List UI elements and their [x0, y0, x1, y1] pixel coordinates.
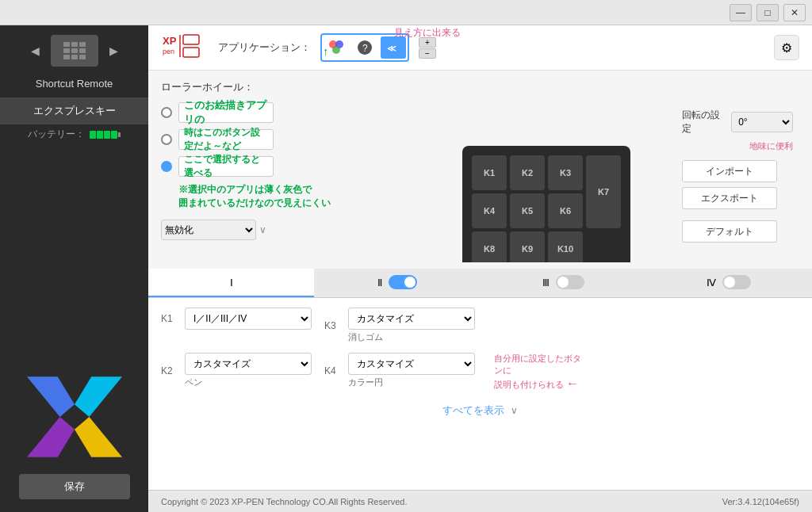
default-button[interactable]: デフォルト: [682, 220, 777, 243]
radio-custom[interactable]: ここで選択すると選べる: [161, 156, 331, 177]
key-K2[interactable]: K2: [510, 155, 545, 190]
tab-II[interactable]: Ⅱ: [314, 269, 480, 297]
tab-II-toggle[interactable]: [389, 275, 417, 289]
tab-III[interactable]: Ⅲ: [481, 269, 646, 297]
toggle-knob-II: [404, 277, 416, 288]
remove-app-button[interactable]: −: [419, 48, 436, 59]
rotation-row: 回転の設定 0°: [682, 109, 793, 136]
grid-cell: [71, 42, 78, 47]
zoom-textbox: このお絵描きアプリの: [178, 102, 274, 123]
app-icon-2[interactable]: ?: [352, 36, 377, 59]
svg-marker-2: [75, 376, 122, 417]
note-line1: ※選択中のアプリは薄く灰色で: [178, 183, 331, 197]
settings-button[interactable]: ⚙: [774, 35, 799, 60]
key-K10[interactable]: K10: [548, 231, 583, 262]
key-K6[interactable]: K6: [548, 193, 583, 228]
note-text: ※選択中のアプリは薄く灰色で 囲まれているだけなので見えにくい: [178, 183, 331, 210]
tab-IV-toggle[interactable]: [722, 275, 751, 289]
svg-marker-1: [27, 376, 75, 417]
toggle-knob-IV: [724, 277, 735, 288]
tab-IV-label: Ⅳ: [707, 277, 716, 288]
function-select[interactable]: 無効化: [161, 220, 256, 240]
maximize-button[interactable]: □: [756, 4, 779, 21]
svg-point-12: [332, 46, 340, 54]
tabs-row: Ⅰ Ⅱ Ⅲ Ⅳ: [148, 269, 812, 298]
nav-prev-arrow[interactable]: ◀: [26, 43, 44, 59]
k2-select[interactable]: カスタマイズ: [185, 353, 312, 375]
main-layout: ◀ ▶ Shortcut Remote エクスプレスキー バッテリー：: [0, 25, 812, 512]
mapping-K1: K1 I／II／III／IV: [161, 308, 312, 330]
radio-second[interactable]: 時はこのボタン設定だよ～など: [161, 129, 331, 150]
app-icon-1[interactable]: [324, 36, 349, 59]
mapping-row-1: K1 I／II／III／IV K3 カスタマイズ 消: [161, 308, 799, 343]
k4-label: K4: [324, 365, 343, 376]
xp-logo-area: [0, 151, 148, 474]
tab-II-label: Ⅱ: [377, 277, 382, 288]
function-row: 無効化 ∨: [161, 220, 331, 240]
export-button[interactable]: エクスポート: [682, 187, 777, 209]
key-K5[interactable]: K5: [510, 193, 545, 228]
key-K7[interactable]: K7: [586, 155, 621, 228]
minimize-button[interactable]: —: [730, 4, 752, 21]
grid-cell: [63, 55, 70, 59]
nav-next-arrow[interactable]: ▶: [105, 43, 123, 59]
k1-select[interactable]: I／II／III／IV: [185, 308, 312, 330]
battery-seg: [111, 131, 117, 139]
grid-cell: [71, 48, 78, 53]
key-grid: K1 K2 K3 K7 K4 K5 K6 K8 K9 K10: [472, 155, 621, 262]
k3-select[interactable]: カスタマイズ: [348, 308, 475, 330]
roller-label: ローラーホイール：: [161, 80, 254, 94]
show-all-button[interactable]: すべてを表示: [442, 403, 504, 418]
import-button[interactable]: インポート: [682, 160, 777, 182]
svg-text:XP: XP: [163, 35, 177, 47]
xp-x-logo: [15, 369, 134, 464]
battery-label: バッテリー：: [28, 128, 85, 141]
xp-pen-logo: XP pen: [161, 32, 202, 63]
key-mapping: K1 I／II／III／IV K3 カスタマイズ 消: [148, 298, 812, 490]
k4-select[interactable]: カスタマイズ: [348, 353, 475, 375]
rotation-select[interactable]: 0°: [731, 112, 793, 132]
radio-zoom[interactable]: このお絵描きアプリの: [161, 102, 331, 123]
device-visual: K1 K2 K3 K7 K4 K5 K6 K8 K9 K10: [462, 146, 630, 262]
tab-I-label: Ⅰ: [230, 277, 233, 288]
svg-text:?: ?: [362, 43, 368, 54]
annotation-button-desc: 自分用に設定したボタンに 説明も付けられる ←: [494, 353, 589, 391]
app-icons-container: ? ≪: [320, 33, 409, 62]
add-app-button[interactable]: +: [419, 37, 436, 48]
window-controls: — □ ✕: [730, 4, 806, 21]
show-all-row: すべてを表示 ∨: [161, 400, 799, 418]
tab-III-toggle[interactable]: [556, 275, 584, 289]
battery-icon: [90, 131, 121, 139]
battery-seg: [104, 131, 110, 139]
key-K1[interactable]: K1: [472, 155, 507, 190]
annotation-useful: 地味に便利: [682, 140, 793, 152]
k2-label: K2: [161, 365, 180, 376]
custom-textbox: ここで選択すると選べる: [178, 156, 274, 177]
battery-seg: [97, 131, 103, 139]
save-button[interactable]: 保存: [19, 474, 130, 499]
device-icon: [51, 35, 98, 67]
sidebar-item-express-keys[interactable]: エクスプレスキー: [0, 97, 148, 124]
radio-circle-second: [161, 134, 172, 145]
close-button[interactable]: ✕: [783, 4, 806, 21]
grid-cell: [71, 55, 78, 59]
key-K9[interactable]: K9: [510, 231, 545, 262]
sidebar: ◀ ▶ Shortcut Remote エクスプレスキー バッテリー：: [0, 25, 148, 512]
grid-cell: [79, 48, 86, 53]
tab-IV[interactable]: Ⅳ: [646, 269, 812, 297]
key-K3[interactable]: K3: [548, 155, 583, 190]
tab-III-label: Ⅲ: [542, 277, 550, 288]
footer: Copyright © 2023 XP-PEN Technology CO.Al…: [148, 490, 812, 512]
grid-cell: [79, 42, 86, 47]
sidebar-device-title: Shortcut Remote: [36, 78, 113, 90]
app-icon-3[interactable]: ≪: [381, 36, 406, 59]
key-K4[interactable]: K4: [472, 193, 507, 228]
key-K8[interactable]: K8: [472, 231, 507, 262]
tab-I[interactable]: Ⅰ: [148, 269, 314, 297]
k3-label: K3: [324, 320, 343, 331]
grid-cell: [79, 55, 86, 59]
svg-rect-9: [183, 48, 199, 57]
battery-row: バッテリー：: [28, 128, 121, 141]
sidebar-nav: ◀ ▶: [26, 35, 123, 67]
title-bar: — □ ✕: [0, 0, 812, 25]
